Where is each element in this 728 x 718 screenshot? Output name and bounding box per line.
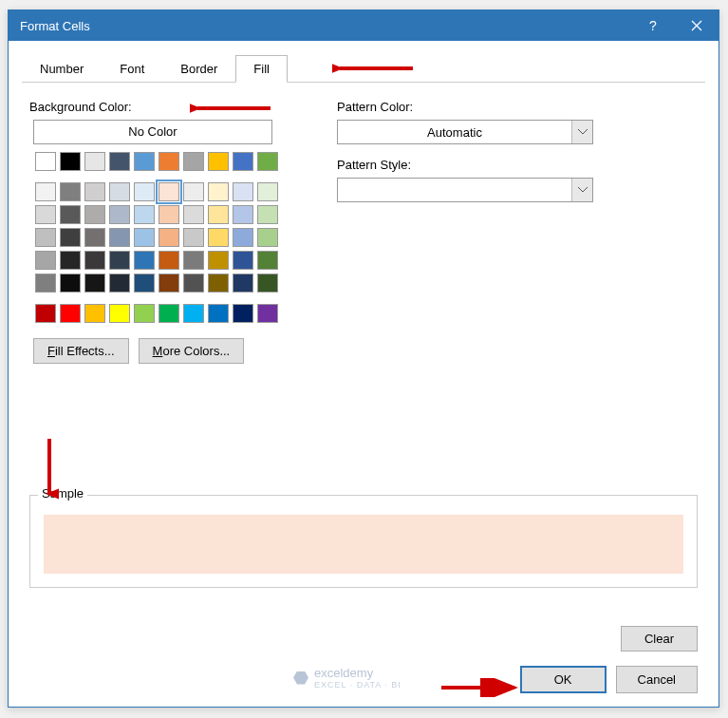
color-swatch[interactable] [208, 152, 229, 171]
ok-button[interactable]: OK [520, 666, 607, 693]
sample-group: Sample [29, 495, 698, 588]
color-swatch[interactable] [60, 274, 81, 293]
color-swatch[interactable] [208, 228, 229, 247]
color-swatch[interactable] [257, 152, 278, 171]
color-swatch[interactable] [109, 274, 130, 293]
color-swatch[interactable] [159, 304, 179, 323]
color-swatch[interactable] [183, 251, 204, 270]
color-swatch[interactable] [159, 251, 179, 270]
color-swatch[interactable] [84, 152, 105, 171]
color-swatch[interactable] [35, 274, 56, 293]
background-color-section: Background Color: No Color Fill Effects.… [29, 100, 280, 364]
color-swatch[interactable] [257, 251, 278, 270]
color-swatch[interactable] [183, 304, 204, 323]
tab-number[interactable]: Number [22, 55, 102, 83]
pattern-style-dropdown[interactable] [337, 178, 593, 202]
color-swatch[interactable] [109, 304, 130, 323]
color-swatch[interactable] [134, 251, 155, 270]
tab-font[interactable]: Font [102, 55, 162, 83]
pattern-color-label: Pattern Color: [337, 100, 593, 114]
color-swatch[interactable] [60, 182, 81, 201]
color-swatch[interactable] [233, 182, 253, 201]
color-swatch[interactable] [84, 182, 105, 201]
color-swatch[interactable] [35, 152, 56, 171]
watermark-brand: exceldemy [314, 666, 373, 680]
color-swatch[interactable] [208, 205, 229, 224]
color-swatch[interactable] [109, 228, 130, 247]
color-swatch[interactable] [84, 304, 105, 323]
color-swatch[interactable] [109, 152, 130, 171]
chevron-down-icon [571, 121, 592, 143]
color-palette [33, 150, 280, 325]
color-swatch[interactable] [159, 182, 179, 201]
color-swatch[interactable] [60, 152, 81, 171]
color-swatch[interactable] [257, 205, 278, 224]
tab-fill[interactable]: Fill [235, 55, 288, 83]
color-swatch[interactable] [208, 251, 229, 270]
color-swatch[interactable] [60, 228, 81, 247]
color-swatch[interactable] [35, 251, 56, 270]
color-swatch[interactable] [183, 182, 204, 201]
help-button[interactable]: ? [631, 10, 675, 41]
color-swatch[interactable] [134, 152, 155, 171]
color-swatch[interactable] [183, 152, 204, 171]
color-swatch[interactable] [257, 304, 278, 323]
color-swatch[interactable] [134, 182, 155, 201]
pattern-color-dropdown[interactable]: Automatic [337, 120, 593, 144]
background-color-label: Background Color: [29, 100, 280, 114]
color-swatch[interactable] [208, 304, 229, 323]
close-button[interactable] [675, 10, 719, 41]
no-color-button[interactable]: No Color [33, 120, 272, 144]
watermark-tag: EXCEL · DATA · BI [314, 680, 401, 690]
color-swatch[interactable] [233, 152, 253, 171]
fill-effects-button[interactable]: Fill Effects... [33, 338, 129, 364]
color-swatch[interactable] [257, 182, 278, 201]
color-swatch[interactable] [233, 304, 253, 323]
color-swatch[interactable] [35, 304, 56, 323]
color-swatch[interactable] [233, 274, 253, 293]
color-swatch[interactable] [183, 205, 204, 224]
color-swatch[interactable] [35, 205, 56, 224]
color-swatch[interactable] [233, 228, 253, 247]
color-swatch[interactable] [134, 304, 155, 323]
tab-bar: NumberFontBorderFill [22, 54, 705, 83]
more-colors-button[interactable]: More Colors... [139, 338, 245, 364]
color-swatch[interactable] [84, 274, 105, 293]
color-swatch[interactable] [183, 228, 204, 247]
cancel-button[interactable]: Cancel [616, 666, 698, 693]
color-swatch[interactable] [159, 274, 179, 293]
pattern-section: Pattern Color: Automatic Pattern Style: [337, 100, 593, 364]
color-swatch[interactable] [208, 274, 229, 293]
color-swatch[interactable] [84, 228, 105, 247]
color-swatch[interactable] [60, 251, 81, 270]
color-swatch[interactable] [134, 205, 155, 224]
color-swatch[interactable] [183, 274, 204, 293]
color-swatch[interactable] [159, 205, 179, 224]
color-swatch[interactable] [208, 182, 229, 201]
color-swatch[interactable] [134, 274, 155, 293]
dialog-buttons: OK Cancel [520, 666, 698, 693]
format-cells-dialog: Format Cells ? NumberFontBorderFill Back… [8, 9, 719, 708]
color-swatch[interactable] [60, 205, 81, 224]
color-swatch[interactable] [35, 182, 56, 201]
color-swatch[interactable] [257, 228, 278, 247]
chevron-down-icon [571, 179, 592, 201]
pattern-color-value: Automatic [338, 125, 571, 140]
color-swatch[interactable] [84, 251, 105, 270]
color-swatch[interactable] [134, 228, 155, 247]
color-swatch[interactable] [109, 251, 130, 270]
clear-button[interactable]: Clear [621, 626, 698, 652]
sample-label: Sample [38, 486, 87, 501]
color-swatch[interactable] [109, 205, 130, 224]
color-swatch[interactable] [35, 228, 56, 247]
color-swatch[interactable] [233, 205, 253, 224]
color-swatch[interactable] [109, 182, 130, 201]
color-swatch[interactable] [233, 251, 253, 270]
color-swatch[interactable] [159, 228, 179, 247]
color-swatch[interactable] [60, 304, 81, 323]
dialog-body: Background Color: No Color Fill Effects.… [9, 83, 719, 381]
color-swatch[interactable] [159, 152, 179, 171]
tab-border[interactable]: Border [162, 55, 235, 83]
color-swatch[interactable] [84, 205, 105, 224]
color-swatch[interactable] [257, 274, 278, 293]
